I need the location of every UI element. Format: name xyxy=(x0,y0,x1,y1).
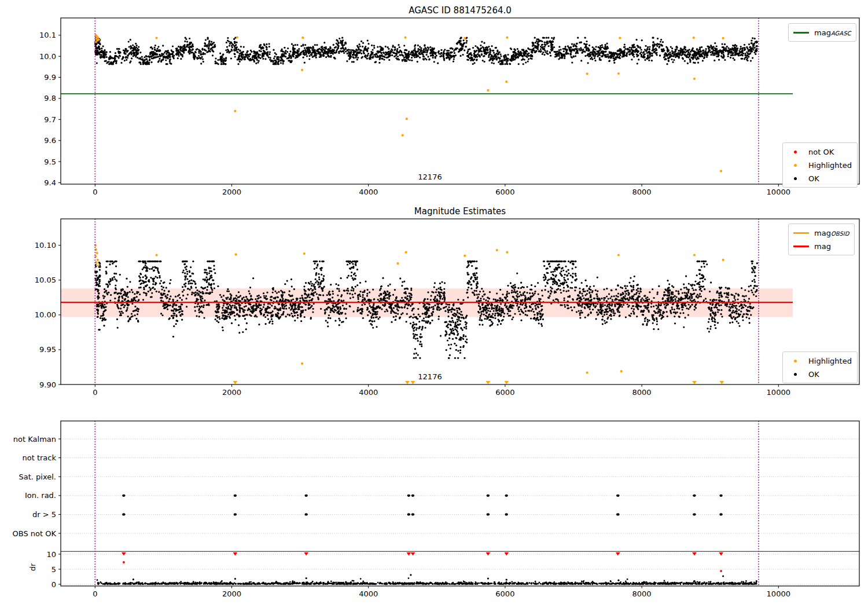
flag-tick-label: OBS not OK xyxy=(13,529,57,538)
legend-mag-agasc: magAGASC xyxy=(788,23,856,42)
agasc-magnitude-figure: 020004000600080001000010.110.09.99.89.79… xyxy=(0,0,868,608)
flag-gridlines xyxy=(61,439,859,584)
y-axis-ticks: 10.1010.0510.009.959.90 xyxy=(35,241,61,389)
below-range-triangles xyxy=(233,381,724,384)
x-tick-label: 4000 xyxy=(359,589,378,598)
legend-label: magAGASC xyxy=(814,28,851,37)
legend-entry: mag xyxy=(793,240,849,252)
legend-label: Highlighted xyxy=(808,161,852,170)
x-tick-label: 0 xyxy=(93,589,97,598)
legend-line-swatch xyxy=(793,232,809,234)
x-tick-label: 8000 xyxy=(632,188,652,196)
legend-entry: Highlighted xyxy=(788,355,852,367)
legend-label-subscript: OBSID xyxy=(831,230,849,237)
legend-label-subscript: AGASC xyxy=(831,30,851,36)
y-tick-label: 10.05 xyxy=(35,276,56,284)
interval-marker-lines xyxy=(95,18,759,184)
dr-tick-label: 0 xyxy=(52,580,56,589)
x-tick-label: 4000 xyxy=(359,388,378,397)
legend-dot-swatch xyxy=(794,360,797,362)
legend-top-plot-markers: not OKHighlightedOK xyxy=(782,142,858,188)
y-tick-label: 9.95 xyxy=(39,345,56,354)
y-tick-label: 10.0 xyxy=(39,52,56,61)
x-tick-label: 10000 xyxy=(767,388,790,397)
charts-svg: 020004000600080001000010.110.09.99.89.79… xyxy=(0,0,868,608)
y-tick-label: 9.6 xyxy=(44,136,56,145)
flag-tick-label: Sat. pixel. xyxy=(19,473,56,481)
legend-dot-swatch xyxy=(794,164,797,167)
dr-tick-label: 5 xyxy=(52,565,56,574)
legend-label: magOBSID xyxy=(814,229,849,237)
dr-tick-labels: 1050 xyxy=(46,550,61,589)
dr-not-ok-points xyxy=(122,552,723,572)
x-tick-label: 6000 xyxy=(495,589,514,598)
legend-label: mag xyxy=(814,242,831,251)
x-tick-label: 2000 xyxy=(222,589,241,598)
y-tick-label: 9.9 xyxy=(44,73,56,82)
legend-entry: magOBSID xyxy=(793,227,849,239)
x-tick-label: 2000 xyxy=(222,388,241,397)
x-tick-label: 8000 xyxy=(632,589,652,598)
legend-line-swatch xyxy=(793,32,809,34)
legend-entry: OK xyxy=(788,173,852,184)
flag-tick-label: not track xyxy=(22,453,56,462)
y-tick-label: 10.1 xyxy=(39,31,56,39)
y-axis-ticks: 10.110.09.99.89.79.69.59.4 xyxy=(39,31,61,187)
x-tick-label: 10000 xyxy=(767,589,790,598)
x-tick-label: 6000 xyxy=(495,388,514,397)
legend-entry: magAGASC xyxy=(793,27,851,38)
legend-middle-plot-markers: HighlightedOK xyxy=(782,351,858,383)
axes-frame xyxy=(61,421,859,586)
y-tick-label: 9.4 xyxy=(44,178,56,187)
x-axis-ticks: 0200040006000800010000 xyxy=(93,586,790,598)
legend-label: not OK xyxy=(808,148,834,156)
legend-entry: Highlighted xyxy=(788,159,852,171)
y-tick-label: 9.8 xyxy=(44,94,56,102)
legend-dot-swatch xyxy=(794,177,797,180)
x-axis-ticks: 0200040006000800010000 xyxy=(93,184,790,196)
x-axis-ticks: 0200040006000800010000 xyxy=(93,384,790,397)
y-tick-label: 9.7 xyxy=(44,115,56,124)
dr-tick-label: 10 xyxy=(46,550,56,559)
legend-label: OK xyxy=(808,370,819,379)
flag-event-dots xyxy=(122,495,723,516)
y-tick-label: 9.5 xyxy=(44,158,56,166)
legend-dot-swatch xyxy=(794,373,797,376)
legend-entry: OK xyxy=(788,368,852,380)
legend-dot-swatch xyxy=(794,151,797,153)
y-tick-label: 10.00 xyxy=(35,310,56,319)
ok-scatter xyxy=(94,37,758,65)
x-tick-label: 4000 xyxy=(359,188,378,196)
x-tick-label: 8000 xyxy=(632,388,652,397)
x-tick-label: 2000 xyxy=(222,188,241,196)
top-plot-title: AGASC ID 881475264.0 xyxy=(61,5,859,16)
middle-plot-annotation: 12176 xyxy=(411,372,448,381)
flag-tick-labels: not Kalmannot trackSat. pixel.Ion. rad.d… xyxy=(13,435,61,538)
flag-tick-label: dr > 5 xyxy=(32,510,56,519)
x-tick-label: 10000 xyxy=(767,188,790,196)
x-tick-label: 0 xyxy=(93,388,97,397)
legend-label: Highlighted xyxy=(808,357,852,365)
x-tick-label: 0 xyxy=(93,188,97,196)
legend-label: OK xyxy=(808,174,819,183)
x-tick-label: 6000 xyxy=(495,188,514,196)
top-plot-annotation: 12176 xyxy=(411,173,448,181)
legend-entry: not OK xyxy=(788,146,852,158)
interval-marker-lines xyxy=(95,421,759,586)
legend-line-swatch xyxy=(793,246,809,247)
middle-plot-title: Magnitude Estimates xyxy=(61,206,859,217)
y-tick-label: 10.10 xyxy=(35,241,56,250)
flag-tick-label: Ion. rad. xyxy=(25,491,56,500)
dr-axis-label: dr xyxy=(28,563,37,572)
y-tick-label: 9.90 xyxy=(39,380,56,389)
dr-scatter xyxy=(97,574,757,585)
flag-tick-label: not Kalman xyxy=(13,435,56,444)
legend-mag-lines: magOBSIDmag xyxy=(788,224,855,255)
